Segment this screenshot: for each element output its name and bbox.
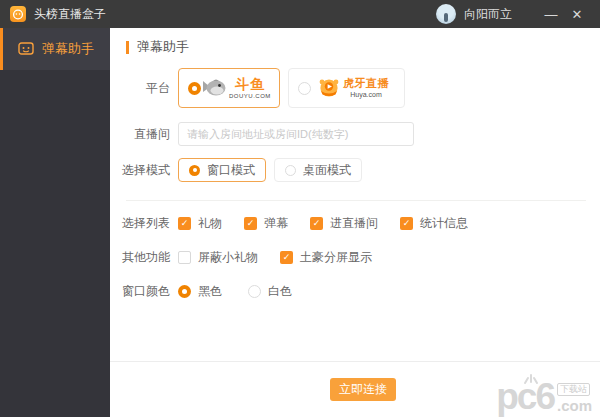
pc6-com-text: .com <box>557 398 592 413</box>
checkbox-gifts[interactable]: ✓ 礼物 <box>178 215 222 232</box>
radio-unselected-icon <box>298 82 311 95</box>
radio-label: 黑色 <box>198 283 222 300</box>
app-title: 头榜直播盒子 <box>34 6 106 23</box>
checkbox-checked-icon: ✓ <box>244 217 257 230</box>
huya-tiger-icon <box>317 77 341 99</box>
checkbox-block-small-gifts[interactable]: 屏蔽小礼物 <box>178 249 258 266</box>
minimize-button[interactable]: — <box>538 0 564 28</box>
username-label[interactable]: 向阳而立 <box>464 6 512 23</box>
platform-option-douyu[interactable]: 斗鱼 DOUYU.COM <box>178 68 280 108</box>
checkbox-checked-icon: ✓ <box>310 217 323 230</box>
footer-divider <box>110 361 600 362</box>
title-accent-bar <box>126 41 129 54</box>
checkbox-unchecked-icon <box>178 251 191 264</box>
radio-color-black[interactable]: 黑色 <box>178 283 222 300</box>
checkbox-enter-room[interactable]: ✓ 进直播间 <box>310 215 378 232</box>
color-row: 窗口颜色 黑色 白色 <box>120 283 318 299</box>
close-button[interactable]: ✕ <box>564 0 590 28</box>
page-title: 弹幕助手 <box>137 38 189 56</box>
radio-unselected-icon <box>285 165 296 176</box>
radio-color-white[interactable]: 白色 <box>248 283 292 300</box>
platform-row: 平台 斗鱼 DOUYU.COM <box>120 68 405 108</box>
main-content: 弹幕助手 平台 斗鱼 DOUYU.COM <box>110 28 600 417</box>
page-header: 弹幕助手 <box>126 38 189 56</box>
radio-label: 白色 <box>268 283 292 300</box>
checkbox-danmaku[interactable]: ✓ 弹幕 <box>244 215 288 232</box>
pc6-logo-text: pc6 <box>496 381 554 412</box>
radio-selected-icon <box>189 165 200 176</box>
radio-unselected-icon <box>248 285 261 298</box>
user-avatar[interactable] <box>436 4 456 24</box>
checkbox-checked-icon: ✓ <box>178 217 191 230</box>
douyu-logo: 斗鱼 DOUYU.COM <box>201 77 271 99</box>
checkbox-checked-icon: ✓ <box>400 217 413 230</box>
room-id-input[interactable] <box>178 122 414 146</box>
connect-now-button[interactable]: 立即连接 <box>330 378 396 401</box>
pc6-watermark: pc6 下载站 .com <box>496 381 592 413</box>
platform-label: 平台 <box>120 80 170 97</box>
checkbox-label: 统计信息 <box>420 215 468 232</box>
checkbox-label: 屏蔽小礼物 <box>198 249 258 266</box>
checkbox-checked-icon: ✓ <box>280 251 293 264</box>
titlebar: 头榜直播盒子 向阳而立 — ✕ <box>0 0 600 28</box>
download-site-badge: 下载站 <box>557 383 590 396</box>
mode-option-label: 桌面模式 <box>303 162 351 179</box>
radio-selected-icon <box>188 82 201 95</box>
mode-row: 选择模式 窗口模式 桌面模式 <box>120 158 370 182</box>
huya-name: 虎牙直播 <box>343 78 389 89</box>
section-divider <box>126 200 586 201</box>
app-window: 头榜直播盒子 向阳而立 — ✕ 弹幕助手 弹幕助手 平台 <box>0 0 600 417</box>
other-row: 其他功能 屏蔽小礼物 ✓ 土豪分屏显示 <box>120 248 394 266</box>
checkbox-rich-split-screen[interactable]: ✓ 土豪分屏显示 <box>280 249 372 266</box>
room-row: 直播间 <box>120 122 414 146</box>
danmaku-icon <box>18 42 34 56</box>
list-label: 选择列表 <box>120 215 170 232</box>
douyu-name: 斗鱼 <box>235 77 265 91</box>
mode-option-desktop[interactable]: 桌面模式 <box>274 158 362 182</box>
checkbox-label: 弹幕 <box>264 215 288 232</box>
sidebar-item-danmaku-assistant[interactable]: 弹幕助手 <box>0 28 110 70</box>
mode-label: 选择模式 <box>120 162 170 179</box>
sparkle-icon <box>522 373 540 385</box>
color-label: 窗口颜色 <box>120 283 170 300</box>
mode-option-label: 窗口模式 <box>207 162 255 179</box>
douyu-fish-icon <box>201 77 227 99</box>
platform-option-huya[interactable]: 虎牙直播 Huya.com <box>288 68 405 108</box>
checkbox-label: 礼物 <box>198 215 222 232</box>
huya-logo: 虎牙直播 Huya.com <box>317 77 389 99</box>
checkbox-statistics[interactable]: ✓ 统计信息 <box>400 215 468 232</box>
radio-selected-icon <box>178 285 191 298</box>
huya-domain: Huya.com <box>350 91 382 98</box>
sidebar: 弹幕助手 <box>0 28 110 417</box>
room-label: 直播间 <box>120 126 170 143</box>
app-logo-icon <box>10 6 26 22</box>
sidebar-item-label: 弹幕助手 <box>42 40 94 58</box>
other-label: 其他功能 <box>120 249 170 266</box>
list-row: 选择列表 ✓ 礼物 ✓ 弹幕 ✓ 进直播间 ✓ 统计信息 <box>120 214 490 232</box>
mode-option-window[interactable]: 窗口模式 <box>178 158 266 182</box>
douyu-domain: DOUYU.COM <box>229 93 271 99</box>
checkbox-label: 土豪分屏显示 <box>300 249 372 266</box>
checkbox-label: 进直播间 <box>330 215 378 232</box>
